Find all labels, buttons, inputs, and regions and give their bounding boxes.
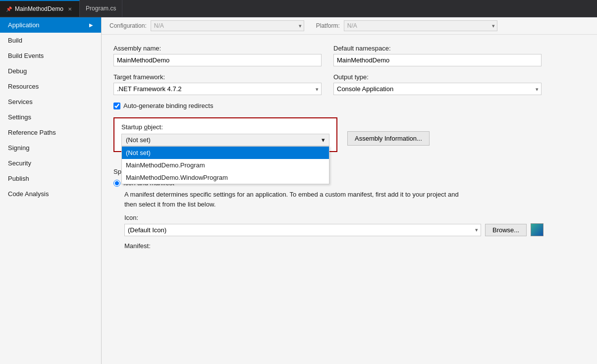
tab-label: MainMethodDemo [15,5,63,12]
sidebar-item-debug[interactable]: Debug [0,63,101,79]
icon-select-wrapper: (Default Icon) [124,224,481,236]
tab-main-method-demo[interactable]: 📌 MainMethodDemo ✕ [0,0,80,17]
startup-option-window-program[interactable]: MainMethodDemo.WindowProgram [122,171,329,184]
startup-object-dropdown-wrapper: (Not set) ▾ (Not set) MainMethodDemo.Pro… [121,134,329,146]
output-type-group: Output type: Console Application [333,73,542,95]
default-namespace-input[interactable] [333,54,542,66]
target-framework-label: Target framework: [113,73,322,81]
startup-object-label: Startup object: [121,123,329,131]
auto-generate-label: Auto-generate binding redirects [123,102,213,109]
sidebar-item-settings[interactable]: Settings [0,109,101,125]
content-area: Configuration: N/A Platform: N/A Assembl… [102,17,597,364]
assembly-name-input[interactable] [113,54,322,66]
sidebar-item-services[interactable]: Services [0,94,101,109]
startup-section: Startup object: (Not set) ▾ (Not set) [113,117,337,152]
default-namespace-group: Default namespace: [333,45,542,66]
startup-option-program[interactable]: MainMethodDemo.Program [122,159,329,171]
sidebar-item-build-events[interactable]: Build Events [0,48,101,63]
auto-generate-checkbox[interactable] [113,103,120,109]
output-type-select-wrapper: Console Application [333,83,542,95]
main-layout: Application Build Build Events Debug Res… [0,17,597,364]
sidebar: Application Build Build Events Debug Res… [0,17,102,364]
sidebar-item-build[interactable]: Build [0,33,101,48]
default-namespace-label: Default namespace: [333,45,542,52]
platform-label: Platform: [316,22,340,29]
sidebar-item-signing[interactable]: Signing [0,140,101,156]
assembly-name-label: Assembly name: [113,45,322,52]
sidebar-item-resources[interactable]: Resources [0,79,101,94]
sidebar-item-code-analysis[interactable]: Code Analysis [0,186,101,202]
sidebar-item-security[interactable]: Security [0,156,101,171]
startup-object-dropdown-list: (Not set) MainMethodDemo.Program MainMet… [121,146,329,184]
form-area: Assembly name: Default namespace: Target… [102,35,597,260]
startup-object-button[interactable]: (Not set) ▾ [121,134,329,146]
target-framework-select[interactable]: .NET Framework 4.7.2 [113,83,322,95]
icon-row: Icon: (Default Icon) Browse... [124,214,585,236]
sidebar-item-application[interactable]: Application [0,17,101,33]
startup-assembly-row: Startup object: (Not set) ▾ (Not set) [113,117,585,160]
config-bar: Configuration: N/A Platform: N/A [102,17,597,35]
assembly-namespace-row: Assembly name: Default namespace: [113,45,585,66]
sidebar-item-reference-paths[interactable]: Reference Paths [0,125,101,140]
target-framework-select-wrapper: .NET Framework 4.7.2 [113,83,322,95]
startup-option-not-set[interactable]: (Not set) [122,147,329,159]
tab-label: Program.cs [86,5,116,12]
platform-select-wrapper: N/A [344,20,497,31]
icon-label: Icon: [124,214,585,221]
tab-program-cs[interactable]: Program.cs [80,0,122,17]
target-framework-group: Target framework: .NET Framework 4.7.2 [113,73,322,95]
configuration-label: Configuration: [109,22,147,29]
browse-button[interactable]: Browse... [485,224,527,236]
output-type-label: Output type: [333,73,542,81]
platform-select[interactable]: N/A [344,20,497,31]
configuration-select[interactable]: N/A [151,20,304,31]
sidebar-item-publish[interactable]: Publish [0,171,101,186]
icon-manifest-description: A manifest determines specific settings … [124,190,471,209]
configuration-select-wrapper: N/A [151,20,304,31]
tab-pin-icon: 📌 [6,6,12,12]
tab-close-icon[interactable]: ✕ [66,5,73,13]
icon-manifest-radio[interactable] [113,180,120,187]
icon-select[interactable]: (Default Icon) [124,224,481,236]
manifest-label: Manifest: [124,242,585,250]
assembly-info-button[interactable]: Assembly Information... [347,131,430,146]
icon-preview [531,223,543,236]
tab-bar: 📌 MainMethodDemo ✕ Program.cs [0,0,597,17]
auto-generate-row: Auto-generate binding redirects [113,102,585,109]
framework-output-row: Target framework: .NET Framework 4.7.2 O… [113,73,585,95]
assembly-name-group: Assembly name: [113,45,322,66]
icon-select-row: (Default Icon) Browse... [124,223,585,236]
output-type-select[interactable]: Console Application [333,83,542,95]
dropdown-arrow-icon: ▾ [322,136,325,144]
startup-object-value: (Not set) [126,136,151,144]
